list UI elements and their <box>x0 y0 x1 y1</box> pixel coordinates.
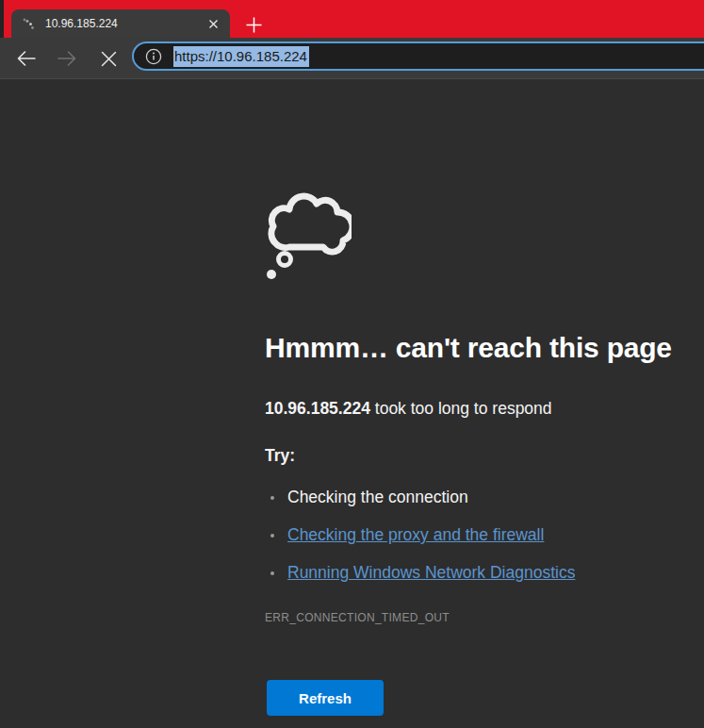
refresh-button[interactable]: Refresh <box>267 680 384 716</box>
suggestion-list: Checking the connection Checking the pro… <box>265 480 575 593</box>
error-heading: Hmmm… can't reach this page <box>265 332 672 364</box>
new-tab-button[interactable] <box>241 12 266 37</box>
loading-spinner-icon <box>21 15 38 32</box>
plus-icon <box>245 16 263 34</box>
forward-arrow-icon <box>57 50 77 67</box>
close-icon <box>208 19 219 29</box>
suggestion-item: Checking the connection <box>265 480 575 518</box>
forward-button[interactable] <box>51 42 83 74</box>
stop-button[interactable] <box>92 42 124 74</box>
page-content: Hmmm… can't reach this page 10.96.185.22… <box>0 80 704 728</box>
back-arrow-icon <box>16 50 37 67</box>
error-host: 10.96.185.224 <box>265 399 370 418</box>
back-button[interactable] <box>10 42 42 74</box>
url-selected-text: https://10.96.185.224 <box>173 46 309 67</box>
error-code: ERR_CONNECTION_TIMED_OUT <box>265 611 450 624</box>
error-subtitle-rest: took too long to respond <box>370 399 552 418</box>
proxy-firewall-link[interactable]: Checking the proxy and the firewall <box>287 525 544 544</box>
suggestion-item: Running Windows Network Diagnostics <box>265 555 575 593</box>
address-bar[interactable]: https://10.96.185.224 <box>132 41 704 71</box>
tab-close-button[interactable] <box>204 14 222 33</box>
suggestion-text: Checking the connection <box>287 488 468 506</box>
thought-cloud-icon <box>265 190 352 290</box>
window-edge <box>0 0 4 38</box>
network-diagnostics-link[interactable]: Running Windows Network Diagnostics <box>287 563 575 582</box>
suggestion-item: Checking the proxy and the firewall <box>265 518 575 555</box>
tab-title: 10.96.185.224 <box>45 17 204 30</box>
tab-strip: 10.96.185.224 <box>0 0 704 38</box>
info-icon[interactable] <box>145 48 162 65</box>
url-input[interactable]: https://10.96.185.224 <box>173 46 309 67</box>
stop-icon <box>101 51 117 67</box>
browser-tab[interactable]: 10.96.185.224 <box>11 9 230 38</box>
try-label: Try: <box>265 446 295 466</box>
error-subtitle: 10.96.185.224 took too long to respond <box>265 399 552 419</box>
